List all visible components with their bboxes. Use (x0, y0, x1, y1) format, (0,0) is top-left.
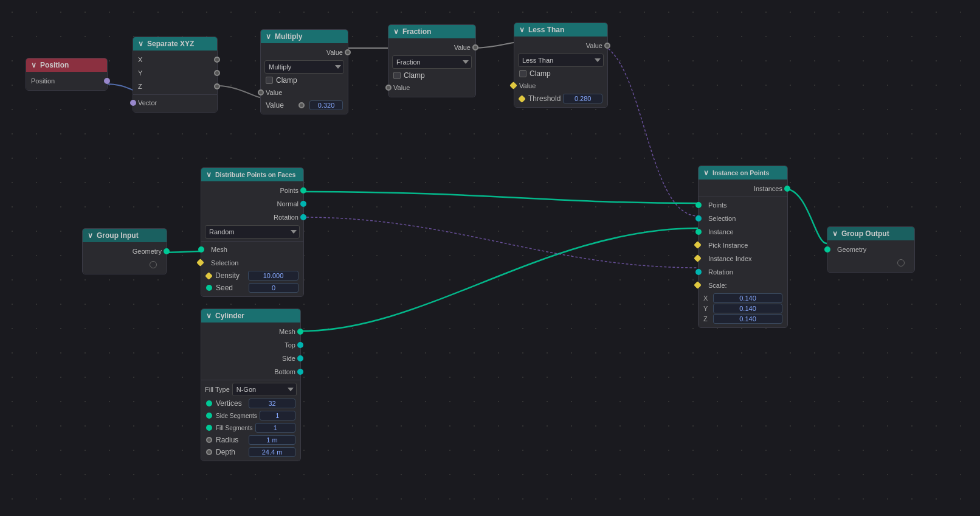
less-than-node: ∨ Less Than Value Less Than Clamp Value … (514, 23, 608, 108)
less-than-operation-select[interactable]: Less Than (518, 54, 604, 67)
group-output-node: ∨ Group Output Geometry (827, 226, 915, 273)
collapse-arrow-7[interactable]: ∨ (206, 170, 212, 179)
cyl-mesh-out-row: Mesh (201, 325, 300, 338)
dist-density-display[interactable]: 10.000 (248, 271, 298, 281)
less-than-value-out-row: Value (514, 39, 607, 52)
instance-on-points-header: ∨ Instance on Points (699, 166, 787, 180)
position-title: Position (40, 61, 69, 69)
dist-mesh-in-row: Mesh (201, 243, 303, 256)
cylinder-header: ∨ Cylinder (201, 309, 300, 322)
multiply-node: ∨ Multiply Value Multiply Clamp Value Va… (260, 29, 348, 114)
multiply-clamp-checkbox[interactable] (266, 77, 273, 84)
fraction-node: ∨ Fraction Value Fraction Clamp Value (388, 24, 476, 97)
iop-scale-label-row: Scale: (699, 279, 787, 292)
cyl-bottom-out-row: Bottom (201, 365, 300, 378)
separate-xyz-title: Separate XYZ (147, 40, 194, 48)
cyl-vertices-row: Vertices 32 (201, 397, 300, 410)
multiply-clamp-label: Clamp (276, 76, 297, 85)
dist-rotation-out-row: Rotation (201, 211, 303, 224)
fraction-header: ∨ Fraction (388, 25, 475, 38)
instance-on-points-title: Instance on Points (713, 169, 769, 176)
less-than-threshold-display[interactable]: 0.280 (563, 94, 602, 103)
group-input-geometry-row: Geometry (83, 245, 167, 258)
dist-seed-row: Seed 0 (201, 282, 303, 294)
iop-scale-y[interactable]: 0.140 (713, 304, 782, 313)
iop-selection-in-row: Selection (699, 212, 787, 225)
cyl-fill-type-select[interactable]: N-Gon (232, 383, 297, 396)
iop-scale-xyz: X 0.140 Y 0.140 Z 0.140 (699, 292, 787, 325)
less-than-title: Less Than (528, 26, 564, 34)
collapse-arrow-5[interactable]: ∨ (519, 26, 525, 34)
group-output-header: ∨ Group Output (827, 227, 914, 240)
iop-rotation-row: Rotation (699, 265, 787, 279)
cyl-radius-display[interactable]: 1 m (249, 435, 295, 445)
sep-y-row: Y (133, 66, 217, 80)
collapse-arrow-3[interactable]: ∨ (266, 32, 271, 41)
collapse-arrow-10[interactable]: ∨ (832, 229, 838, 238)
multiply-operation-select[interactable]: Multiply (264, 60, 344, 74)
distribute-points-title: Distribute Points on Faces (215, 171, 295, 178)
cyl-vertices-display[interactable]: 32 (249, 399, 295, 408)
cyl-depth-display[interactable]: 24.4 m (249, 447, 295, 457)
position-node-header: ∨ Position (26, 58, 107, 72)
iop-scale-z[interactable]: 0.140 (713, 314, 782, 324)
position-label: Position (31, 77, 55, 85)
position-node: ∨ Position Position (26, 58, 108, 91)
collapse-arrow[interactable]: ∨ (31, 61, 36, 69)
group-input-title: Group Input (97, 231, 139, 240)
dist-mode-select[interactable]: Random (205, 225, 300, 239)
iop-scale-x[interactable]: 0.140 (713, 293, 782, 303)
position-output-row: Position (26, 74, 107, 88)
separate-xyz-header: ∨ Separate XYZ (133, 37, 217, 51)
less-than-threshold-row: Threshold 0.280 (514, 92, 607, 105)
dist-normal-out-row: Normal (201, 197, 303, 211)
multiply-clamp-row: Clamp (261, 75, 348, 86)
collapse-arrow-6[interactable]: ∨ (88, 231, 93, 240)
iop-instance-in-row: Instance (699, 225, 787, 239)
distribute-points-node: ∨ Distribute Points on Faces Points Norm… (201, 167, 304, 297)
cyl-side-seg-row: Side Segments 1 (201, 410, 300, 422)
fraction-clamp-row: Clamp (388, 70, 475, 81)
iop-instances-out-row: Instances (699, 182, 787, 195)
iop-instance-index-row: Instance Index (699, 252, 787, 265)
dist-selection-in-row: Selection (201, 256, 303, 270)
fraction-operation-select[interactable]: Fraction (392, 55, 472, 69)
multiply-title: Multiply (275, 32, 302, 41)
multiply-header: ∨ Multiply (261, 30, 348, 43)
group-output-extra-socket (897, 259, 905, 267)
collapse-arrow-2[interactable]: ∨ (138, 40, 143, 48)
cyl-fill-seg-display[interactable]: 1 (255, 423, 295, 433)
multiply-val2-row: Value 0.320 (261, 99, 348, 111)
dist-density-row: Density 10.000 (201, 270, 303, 282)
dist-seed-display[interactable]: 0 (249, 283, 298, 293)
less-than-clamp-label: Clamp (530, 69, 551, 78)
cylinder-title: Cylinder (215, 312, 244, 320)
go-geometry-in-row: Geometry (827, 243, 914, 256)
fraction-value-out-row: Value (388, 41, 475, 54)
distribute-points-header: ∨ Distribute Points on Faces (201, 168, 303, 181)
cyl-depth-row: Depth 24.4 m (201, 446, 300, 458)
cyl-side-out-row: Side (201, 352, 300, 365)
instance-on-points-node: ∨ Instance on Points Instances Points Se… (698, 166, 788, 328)
group-input-header: ∨ Group Input (83, 229, 167, 242)
cylinder-node: ∨ Cylinder Mesh Top Side Bottom Fill Typ… (201, 309, 301, 461)
multiply-value-out-row: Value (261, 46, 348, 59)
fraction-title: Fraction (402, 27, 431, 36)
collapse-arrow-4[interactable]: ∨ (393, 27, 399, 36)
fraction-clamp-checkbox[interactable] (393, 72, 401, 79)
less-than-value-in-row: Value (514, 79, 607, 92)
sep-z-row: Z (133, 80, 217, 93)
cyl-top-out-row: Top (201, 338, 300, 352)
cyl-side-seg-display[interactable]: 1 (260, 411, 295, 420)
group-output-title: Group Output (841, 229, 889, 238)
less-than-header: ∨ Less Than (514, 23, 607, 37)
cyl-radius-row: Radius 1 m (201, 434, 300, 446)
sep-x-row: X (133, 53, 217, 66)
group-input-extra-socket (150, 261, 157, 268)
multiply-val2-display[interactable]: 0.320 (309, 100, 343, 110)
iop-points-in-row: Points (699, 198, 787, 212)
group-input-node: ∨ Group Input Geometry (82, 228, 167, 274)
less-than-clamp-checkbox[interactable] (519, 70, 526, 77)
collapse-arrow-8[interactable]: ∨ (206, 312, 212, 320)
collapse-arrow-9[interactable]: ∨ (703, 169, 709, 177)
